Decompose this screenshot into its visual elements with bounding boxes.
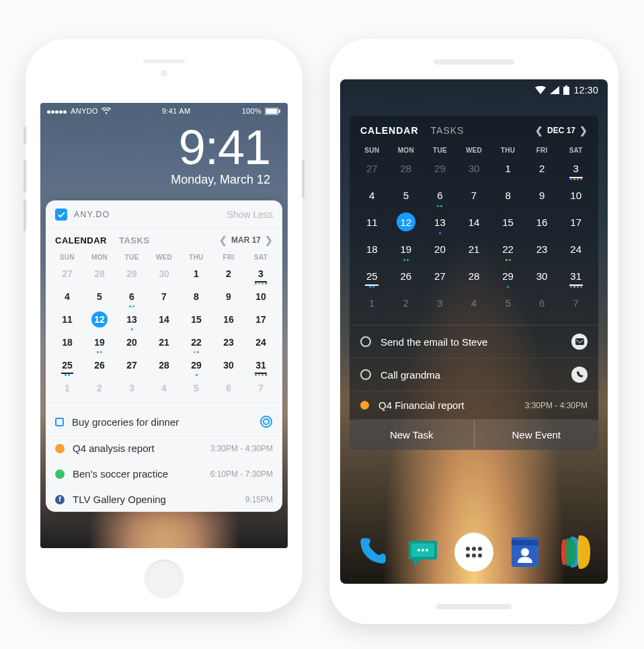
calendar-day[interactable]: 27 (51, 265, 83, 288)
chevron-right-icon[interactable]: ❯ (265, 235, 273, 245)
calendar-day[interactable]: 5 (180, 379, 212, 402)
tab-calendar[interactable]: CALENDAR (55, 235, 107, 245)
calendar-day[interactable]: 26 (389, 266, 424, 293)
calendar-day[interactable]: 3 (245, 265, 277, 288)
calendar-day[interactable]: 6 (116, 288, 148, 311)
chevron-right-icon[interactable]: ❯ (579, 125, 588, 136)
calendar-day[interactable]: 10 (559, 185, 593, 212)
calendar-day[interactable]: 19 (83, 334, 116, 356)
calendar-day[interactable]: 22 (180, 334, 212, 356)
calendar-day[interactable]: 18 (51, 334, 83, 356)
calendar-day[interactable]: 27 (423, 266, 457, 293)
radio-icon[interactable] (360, 336, 371, 347)
home-button[interactable] (145, 560, 184, 599)
calendar-day[interactable]: 15 (491, 212, 525, 239)
calendar-day[interactable]: 8 (491, 185, 525, 212)
calendar-day[interactable]: 3 (559, 158, 593, 185)
calendar-day[interactable]: 5 (389, 185, 424, 212)
calendar-day[interactable]: 28 (389, 158, 424, 185)
calendar-day[interactable]: 11 (51, 311, 83, 334)
calendar-day[interactable]: 23 (212, 334, 245, 356)
calendar-day[interactable]: 31 (559, 266, 593, 293)
calendar-day[interactable]: 30 (457, 158, 491, 185)
calendar-day[interactable]: 6 (423, 185, 457, 212)
tab-calendar[interactable]: CALENDAR (360, 125, 419, 136)
calendar-day[interactable]: 16 (525, 212, 559, 239)
calendar-day[interactable]: 2 (212, 265, 245, 288)
calendar-day[interactable]: 1 (51, 379, 83, 402)
calendar-day[interactable]: 30 (212, 356, 245, 379)
phone-icon[interactable] (571, 367, 588, 383)
calendar-day[interactable]: 21 (148, 334, 180, 356)
new-task-button[interactable]: New Task (350, 420, 475, 450)
calendar-day[interactable]: 17 (245, 311, 277, 334)
calendar-day[interactable]: 26 (83, 356, 116, 379)
list-item[interactable]: Q4 analysis report3:30PM - 4:30PM (46, 436, 282, 461)
anydo-widget[interactable]: CALENDAR TASKS ❮ DEC 17 ❯ SUNMONTUEWEDTH… (350, 116, 598, 450)
new-event-button[interactable]: New Event (475, 420, 599, 450)
calendar-day[interactable]: 27 (116, 356, 148, 379)
mail-icon[interactable] (571, 334, 588, 350)
calendar-day[interactable]: 1 (180, 265, 212, 288)
calendar-day[interactable]: 28 (457, 266, 491, 293)
calendar-day[interactable]: 23 (525, 239, 559, 266)
calendar-day[interactable]: 4 (148, 379, 180, 402)
list-item[interactable]: Q4 Financial report3:30PM - 4:30PM (350, 391, 598, 420)
calendar-day[interactable]: 29 (116, 265, 148, 288)
calendar-day[interactable]: 7 (148, 288, 180, 311)
calendar-day[interactable]: 25 (355, 266, 389, 293)
focus-icon[interactable] (259, 415, 273, 428)
calendar-day[interactable]: 7 (245, 379, 277, 402)
calendar-day[interactable]: 6 (212, 379, 245, 402)
anydo-widget[interactable]: ANY.DO Show Less CALENDAR TASKS ❮ MAR 17… (46, 200, 282, 512)
show-less-button[interactable]: Show Less (227, 209, 273, 220)
calendar-day[interactable]: 14 (148, 311, 180, 334)
chevron-left-icon[interactable]: ❮ (219, 235, 227, 245)
tab-tasks[interactable]: TASKS (431, 125, 465, 136)
calendar-day[interactable]: 13 (423, 212, 457, 239)
calendar-day[interactable]: 28 (148, 356, 180, 379)
calendar-day[interactable]: 3 (423, 293, 457, 319)
calendar-day[interactable]: 29 (423, 158, 457, 185)
calendar-day[interactable]: 4 (457, 293, 491, 319)
calendar-day[interactable]: 15 (180, 311, 212, 334)
calendar-day[interactable]: 2 (83, 379, 116, 402)
calendar-day[interactable]: 2 (525, 158, 559, 185)
calendar-day[interactable]: 29 (180, 356, 212, 379)
calendar-day[interactable]: 9 (525, 185, 559, 212)
calendar-day[interactable]: 4 (355, 185, 389, 212)
calendar-day[interactable]: 5 (491, 293, 525, 319)
calendar-day[interactable]: 11 (355, 212, 389, 239)
calendar-day[interactable]: 12 (389, 212, 424, 239)
list-item[interactable]: Buy groceries for dinner (46, 408, 282, 436)
list-item[interactable]: fTLV Gallery Opening9:15PM (46, 487, 282, 512)
calendar-day[interactable]: 28 (83, 265, 116, 288)
calendar-day[interactable]: 24 (559, 239, 593, 266)
calendar-day[interactable]: 25 (51, 356, 83, 379)
calendar-day[interactable]: 6 (525, 293, 559, 319)
contacts-app-icon[interactable] (506, 533, 545, 572)
calendar-day[interactable]: 5 (83, 288, 116, 311)
calendar-day[interactable]: 16 (212, 311, 245, 334)
calendar-day[interactable]: 3 (116, 379, 148, 402)
list-item[interactable]: Send the email to Steve (350, 326, 598, 358)
calendar-day[interactable]: 1 (355, 293, 389, 319)
calendar-day[interactable]: 7 (559, 293, 593, 319)
wallet-app-icon[interactable] (557, 533, 596, 572)
calendar-day[interactable]: 8 (180, 288, 212, 311)
calendar-day[interactable]: 22 (491, 239, 525, 266)
calendar-day[interactable]: 7 (457, 185, 491, 212)
calendar-day[interactable]: 2 (389, 293, 424, 319)
calendar-day[interactable]: 9 (212, 288, 245, 311)
calendar-day[interactable]: 10 (245, 288, 277, 311)
list-item[interactable]: Call grandma (350, 358, 598, 391)
calendar-day[interactable]: 24 (245, 334, 277, 356)
calendar-day[interactable]: 13 (116, 311, 148, 334)
calendar-day[interactable]: 30 (525, 266, 559, 293)
calendar-day[interactable]: 20 (423, 239, 457, 266)
calendar-day[interactable]: 1 (491, 158, 525, 185)
calendar-day[interactable]: 19 (389, 239, 424, 266)
chevron-left-icon[interactable]: ❮ (535, 125, 543, 136)
calendar-day[interactable]: 14 (457, 212, 491, 239)
calendar-day[interactable]: 17 (559, 212, 593, 239)
